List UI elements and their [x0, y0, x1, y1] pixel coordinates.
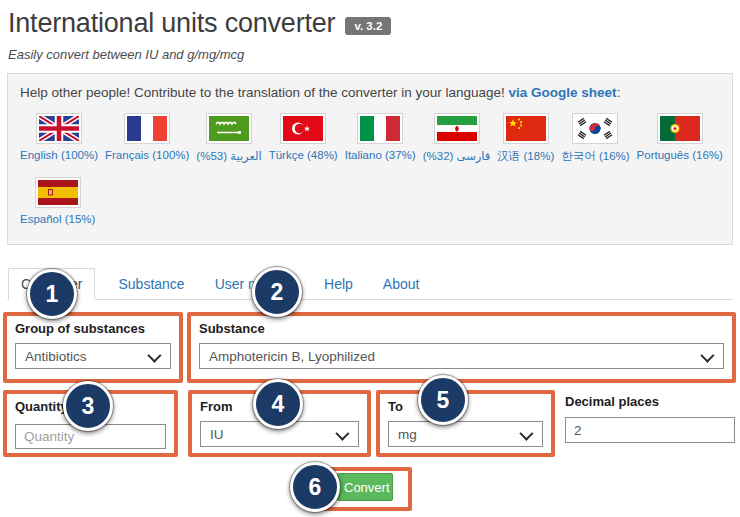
- translation-message: Help other people! Contribute to the tra…: [20, 85, 505, 100]
- france-flag: [124, 113, 170, 144]
- annotation-circle-4: 4: [253, 379, 303, 429]
- language-label: فارسی (32%): [423, 149, 491, 163]
- portugal-flag: [657, 113, 703, 144]
- chevron-down-icon: [700, 349, 714, 363]
- italy-flag: [357, 113, 403, 144]
- decimal-places-label: Decimal places: [565, 394, 735, 409]
- language-label: Português (16%): [637, 149, 723, 161]
- translation-panel: Help other people! Contribute to the tra…: [7, 73, 733, 245]
- substance-select[interactable]: Amphotericin B, Lyophilized: [199, 343, 724, 369]
- language-item-5[interactable]: Italiano (37%): [345, 113, 416, 161]
- annotation-circle-5: 5: [418, 375, 468, 425]
- language-row-1: English (100%)Français (100%) العربية (5…: [20, 113, 720, 164]
- from-unit-value: IU: [210, 427, 224, 442]
- iran-flag: [434, 113, 480, 144]
- language-label: English (100%): [20, 149, 98, 161]
- language-item-8[interactable]: 한국어 (16%): [561, 113, 629, 164]
- annotation-circle-3: 3: [63, 381, 113, 431]
- page-title: International units converter: [8, 8, 335, 39]
- spain-flag: [35, 177, 81, 208]
- language-label: Français (100%): [105, 149, 189, 161]
- language-item-10[interactable]: Español (15%): [20, 177, 95, 225]
- chevron-down-icon: [335, 427, 349, 441]
- group-of-substances-value: Antibiotics: [25, 349, 87, 364]
- page-subtitle: Easily convert between IU and g/mg/mcg: [8, 47, 244, 62]
- to-unit-select[interactable]: mg: [388, 421, 543, 447]
- annotation-circle-2: 2: [252, 267, 302, 317]
- translation-message-suffix: :: [617, 85, 621, 100]
- page-header: International units converter v. 3.2: [8, 8, 391, 39]
- decimal-places-group: Decimal places: [565, 394, 735, 443]
- language-label: 汉语 (18%): [497, 149, 554, 164]
- substance-highlight-box: Substance Amphotericin B, Lyophilized: [187, 312, 736, 383]
- group-highlight-box: Group of substances Antibiotics: [3, 312, 183, 383]
- chevron-down-icon: [519, 427, 533, 441]
- chevron-down-icon: [147, 349, 161, 363]
- substance-value: Amphotericin B, Lyophilized: [209, 349, 375, 364]
- tab-about[interactable]: About: [383, 269, 420, 299]
- google-sheet-link[interactable]: via Google sheet: [509, 85, 617, 100]
- language-item-3[interactable]: العربية (53%): [196, 113, 261, 163]
- tab-bar: Converter Substance User manual Help Abo…: [7, 268, 733, 300]
- uk-flag: [36, 113, 82, 144]
- annotation-circle-1: 1: [27, 269, 77, 319]
- language-item-2[interactable]: Français (100%): [105, 113, 189, 161]
- tab-substance[interactable]: Substance: [118, 269, 184, 299]
- language-item-7[interactable]: 汉语 (18%): [497, 113, 554, 164]
- language-label: Italiano (37%): [345, 149, 416, 161]
- translation-help-text: Help other people! Contribute to the tra…: [20, 85, 720, 100]
- south-korea-flag: [572, 113, 618, 144]
- language-row-2: Español (15%): [20, 177, 720, 225]
- language-item-1[interactable]: English (100%): [20, 113, 98, 161]
- saudi-arabia-flag: [206, 113, 252, 144]
- decimal-places-input[interactable]: [565, 417, 735, 443]
- language-label: العربية (53%): [196, 149, 261, 163]
- group-of-substances-label: Group of substances: [15, 321, 171, 336]
- version-badge: v. 3.2: [345, 17, 391, 35]
- language-label: Español (15%): [20, 213, 95, 225]
- group-of-substances-select[interactable]: Antibiotics: [15, 343, 171, 369]
- language-label: Türkçe (48%): [269, 149, 338, 161]
- to-unit-value: mg: [398, 427, 417, 442]
- language-label: 한국어 (16%): [561, 149, 629, 164]
- substance-label: Substance: [199, 321, 724, 336]
- turkey-flag: [280, 113, 326, 144]
- convert-button[interactable]: Convert: [337, 473, 393, 501]
- tab-help[interactable]: Help: [324, 269, 353, 299]
- language-item-4[interactable]: Türkçe (48%): [269, 113, 338, 161]
- language-item-6[interactable]: فارسی (32%): [423, 113, 491, 163]
- annotation-circle-6: 6: [290, 462, 340, 512]
- china-flag: [503, 113, 549, 144]
- language-item-9[interactable]: Português (16%): [637, 113, 723, 161]
